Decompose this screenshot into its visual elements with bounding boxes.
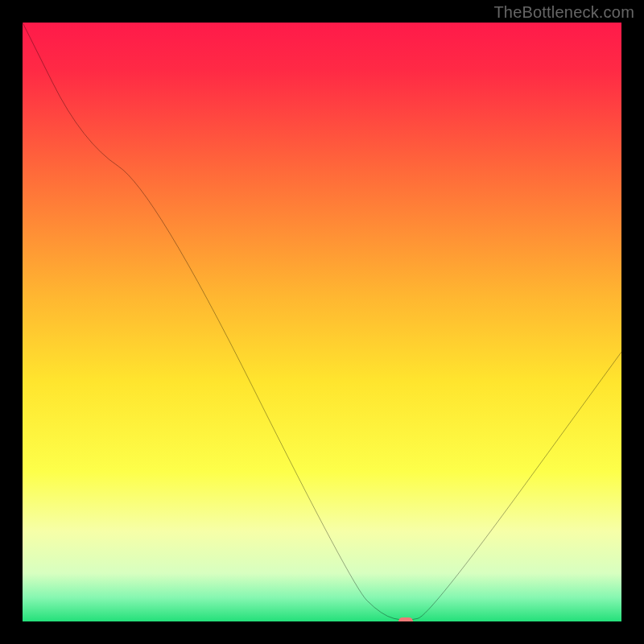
optimal-point-marker — [398, 617, 413, 621]
plot-area — [23, 23, 621, 621]
bottleneck-curve — [23, 23, 621, 621]
watermark-text: TheBottleneck.com — [493, 3, 634, 22]
chart-frame: TheBottleneck.com — [0, 0, 644, 644]
